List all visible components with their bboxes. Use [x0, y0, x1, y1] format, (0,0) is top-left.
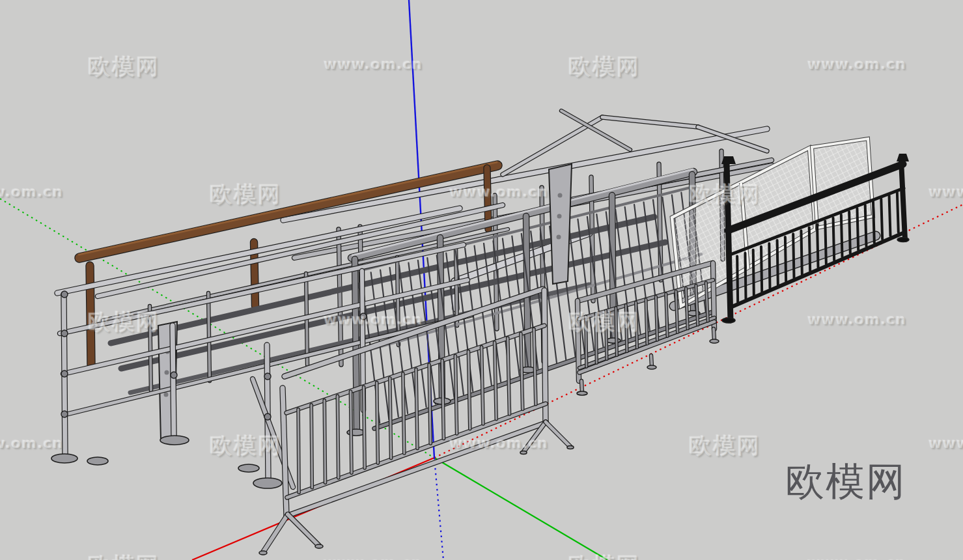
flange-foot — [710, 339, 719, 343]
model-member — [208, 293, 210, 381]
model-member — [745, 253, 746, 299]
model-member — [714, 329, 714, 340]
model-member — [753, 250, 754, 296]
model-member — [337, 396, 338, 478]
model-member — [825, 221, 826, 264]
flange-foot — [87, 457, 108, 465]
stanchion-hole — [165, 371, 169, 375]
axis-blue-negative — [434, 458, 443, 560]
model-member — [416, 369, 417, 449]
model-member — [150, 306, 151, 391]
flange-foot — [520, 451, 527, 455]
model-member — [442, 360, 443, 438]
flange-foot — [722, 318, 735, 323]
model-member — [350, 391, 351, 473]
model-member — [263, 514, 288, 552]
model-member — [606, 311, 606, 359]
model-member — [761, 247, 762, 292]
flange-foot — [647, 365, 656, 369]
model-member — [377, 383, 378, 464]
flange-foot — [259, 551, 267, 555]
model-member — [364, 387, 365, 468]
model-member — [865, 205, 867, 246]
flange-foot — [897, 238, 909, 242]
model-member — [173, 326, 174, 435]
model-member — [616, 308, 617, 356]
model-member — [793, 234, 794, 277]
sketchup-viewport[interactable]: 欧模网www.om.cn欧模网www.om.cnwww.om.cn欧模网www.… — [0, 0, 963, 560]
model-member — [651, 356, 652, 366]
flange-foot — [238, 464, 259, 472]
model-member — [833, 218, 835, 260]
flange-foot — [51, 454, 77, 463]
model-member — [602, 117, 698, 127]
axis-green-positive — [434, 458, 607, 560]
model-member — [311, 405, 312, 488]
model-member — [737, 257, 738, 303]
model-member — [390, 378, 391, 458]
model-member — [615, 210, 631, 338]
model-member — [646, 300, 647, 344]
flange-foot — [160, 436, 189, 445]
flange-foot — [606, 338, 621, 343]
stanchion-hole — [557, 235, 561, 240]
pipe-fitting — [61, 411, 68, 417]
model-member — [561, 111, 630, 150]
model-member — [727, 163, 731, 320]
stanchion-hole — [557, 214, 562, 219]
model-member — [626, 305, 627, 352]
model-member — [546, 422, 570, 447]
model-member — [288, 514, 319, 546]
model-member — [873, 202, 874, 243]
model-member — [581, 381, 582, 392]
model-member — [324, 400, 325, 483]
model-member — [586, 316, 587, 367]
model-member — [90, 266, 91, 365]
model-member — [801, 231, 802, 274]
pipe-fitting — [360, 313, 367, 320]
flange-foot — [253, 478, 282, 488]
model-member — [636, 302, 637, 348]
model-member — [809, 227, 810, 270]
model-member — [889, 195, 891, 236]
pipe-fitting — [61, 330, 68, 337]
model-member — [841, 215, 843, 257]
model-member — [881, 199, 882, 239]
model-member — [596, 314, 596, 363]
model-member — [857, 208, 858, 250]
model-member — [777, 240, 778, 285]
pipe-fitting — [61, 291, 68, 298]
model-member — [901, 160, 905, 240]
pipe-fitting — [171, 372, 177, 378]
model-member — [897, 192, 899, 232]
stanchion-plate-right — [549, 164, 572, 284]
model-member — [298, 410, 299, 493]
pipe-fitting — [264, 413, 271, 420]
model-member — [849, 212, 850, 253]
site-logo: 欧模网 — [785, 456, 906, 509]
flange-foot — [315, 544, 323, 548]
stanchion-hole — [558, 193, 563, 198]
model-member — [769, 244, 770, 288]
pipe-fitting — [264, 373, 271, 380]
model-member — [785, 237, 786, 281]
model-member — [429, 365, 430, 443]
stanchion-hole — [164, 393, 169, 397]
model-member — [817, 225, 818, 268]
pipe-fitting — [61, 371, 68, 377]
flange-foot — [577, 391, 587, 395]
flange-foot — [567, 446, 574, 449]
model-member — [403, 374, 404, 453]
